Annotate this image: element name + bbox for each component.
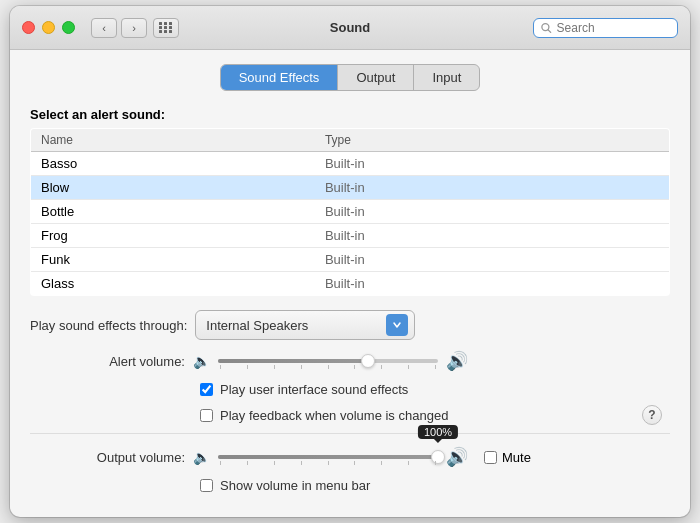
volume-tooltip: 100% [418, 425, 458, 439]
tab-output[interactable]: Output [338, 65, 414, 90]
checkbox-section: Play user interface sound effects Play f… [30, 382, 670, 425]
sound-type-cell: Built-in [295, 248, 670, 272]
tab-sound-effects[interactable]: Sound Effects [221, 65, 339, 90]
mute-label: Mute [502, 450, 531, 465]
grid-icon [159, 22, 173, 33]
output-section: Output volume: 🔈 100% 🔊 [30, 433, 670, 493]
titlebar: ‹ › Sound [10, 6, 690, 50]
show-volume-checkbox[interactable] [200, 479, 213, 492]
play-through-label: Play sound effects through: [30, 318, 187, 333]
chevron-right-icon: › [132, 22, 136, 34]
main-window: ‹ › Sound Sound Effects [10, 6, 690, 517]
sound-name-cell: Blow [31, 176, 295, 200]
table-row[interactable]: FrogBuilt-in [31, 224, 670, 248]
play-through-row: Play sound effects through: Internal Spe… [30, 310, 670, 340]
sound-type-cell: Built-in [295, 176, 670, 200]
table-row[interactable]: FunkBuilt-in [31, 248, 670, 272]
window-title: Sound [330, 20, 370, 35]
nav-buttons: ‹ › [91, 18, 147, 38]
table-row[interactable]: GlassBuilt-in [31, 272, 670, 296]
ui-sound-checkbox[interactable] [200, 383, 213, 396]
output-volume-fill [218, 455, 438, 459]
svg-line-1 [548, 29, 551, 32]
help-button[interactable]: ? [642, 405, 662, 425]
output-volume-row: Output volume: 🔈 100% 🔊 [30, 446, 670, 468]
output-volume-slider-container: 🔈 100% 🔊 [193, 446, 670, 468]
alert-volume-track[interactable] [218, 359, 438, 363]
sound-type-cell: Built-in [295, 272, 670, 296]
feedback-sound-checkbox[interactable] [200, 409, 213, 422]
search-box[interactable] [533, 18, 678, 38]
output-speaker-low-icon: 🔈 [193, 449, 210, 465]
dropdown-value: Internal Speakers [206, 318, 382, 333]
back-button[interactable]: ‹ [91, 18, 117, 38]
play-through-dropdown[interactable]: Internal Speakers [195, 310, 415, 340]
dropdown-arrow-icon [386, 314, 408, 336]
col-header-name: Name [31, 129, 295, 152]
tab-input[interactable]: Input [414, 65, 479, 90]
sound-type-cell: Built-in [295, 200, 670, 224]
table-row[interactable]: BottleBuilt-in [31, 200, 670, 224]
table-row[interactable]: BlowBuilt-in [31, 176, 670, 200]
alert-volume-row: Alert volume: 🔈 🔊 [30, 350, 670, 372]
output-speaker-high-icon: 🔊 [446, 446, 468, 468]
sound-name-cell: Bottle [31, 200, 295, 224]
feedback-sound-row: Play feedback when volume is changed ? [30, 405, 670, 425]
search-icon [541, 22, 552, 34]
section-label: Select an alert sound: [30, 107, 670, 122]
sound-type-cell: Built-in [295, 152, 670, 176]
output-slider-ticks [218, 461, 438, 465]
speaker-low-icon: 🔈 [193, 353, 210, 369]
maximize-button[interactable] [62, 21, 75, 34]
mute-wrap: Mute [484, 450, 531, 465]
forward-button[interactable]: › [121, 18, 147, 38]
tab-bar: Sound Effects Output Input [30, 64, 670, 91]
close-button[interactable] [22, 21, 35, 34]
traffic-lights [22, 21, 75, 34]
sound-type-cell: Built-in [295, 224, 670, 248]
output-volume-track[interactable]: 100% [218, 455, 438, 459]
sound-name-cell: Funk [31, 248, 295, 272]
sound-name-cell: Glass [31, 272, 295, 296]
tab-group: Sound Effects Output Input [220, 64, 481, 91]
content-area: Sound Effects Output Input Select an ale… [10, 50, 690, 517]
slider-ticks [218, 365, 438, 369]
feedback-sound-label: Play feedback when volume is changed [220, 408, 448, 423]
sound-name-cell: Frog [31, 224, 295, 248]
alert-volume-label: Alert volume: [30, 354, 185, 369]
search-input[interactable] [557, 21, 670, 35]
speaker-high-icon: 🔊 [446, 350, 468, 372]
alert-volume-fill [218, 359, 368, 363]
ui-sound-label: Play user interface sound effects [220, 382, 408, 397]
table-row[interactable]: BassoBuilt-in [31, 152, 670, 176]
alert-volume-slider-container: 🔈 🔊 [193, 350, 670, 372]
show-volume-row: Show volume in menu bar [30, 478, 670, 493]
ui-sound-row: Play user interface sound effects [30, 382, 670, 397]
chevron-left-icon: ‹ [102, 22, 106, 34]
output-volume-label: Output volume: [30, 450, 185, 465]
minimize-button[interactable] [42, 21, 55, 34]
mute-checkbox[interactable] [484, 451, 497, 464]
sound-name-cell: Basso [31, 152, 295, 176]
grid-view-button[interactable] [153, 18, 179, 38]
sound-table: Name Type BassoBuilt-inBlowBuilt-inBottl… [30, 128, 670, 296]
col-header-type: Type [295, 129, 670, 152]
show-volume-label: Show volume in menu bar [220, 478, 370, 493]
table-header-row: Name Type [31, 129, 670, 152]
